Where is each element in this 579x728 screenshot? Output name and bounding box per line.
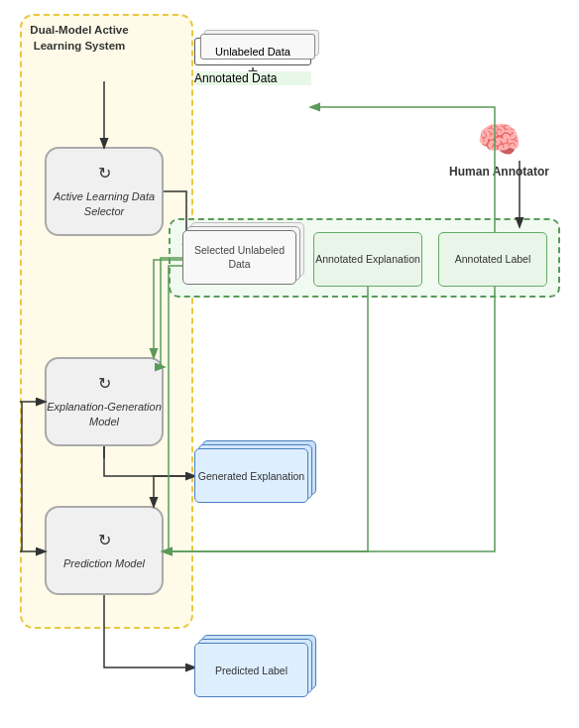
annotated-label-box: Annotated Label bbox=[438, 232, 547, 287]
refresh-icon-pm: ↻ bbox=[98, 530, 111, 551]
human-icon: 🧠 bbox=[449, 119, 549, 161]
unlabeled-data-box: Unlabeled Data bbox=[194, 38, 311, 65]
generated-explanation-stack: Generated Explanation bbox=[194, 448, 318, 513]
annotated-explanation-box: Annotated Explanation bbox=[313, 232, 422, 287]
human-annotator-label: Human Annotator bbox=[449, 165, 549, 179]
system-title: Dual-Model Active Learning System bbox=[30, 22, 129, 54]
gen-exp-card-front: Generated Explanation bbox=[194, 448, 308, 503]
pred-label-card-front: Predicted Label bbox=[194, 643, 308, 697]
prediction-model-label: Prediction Model bbox=[63, 556, 145, 571]
annotated-data-label: Annotated Data bbox=[194, 71, 277, 85]
annotated-label-label: Annotated Label bbox=[455, 253, 530, 267]
refresh-icon-eg: ↻ bbox=[98, 373, 111, 395]
prediction-model-box: ↻ Prediction Model bbox=[45, 506, 164, 595]
active-learning-model-box: ↻ Active Learning Data Selector bbox=[45, 147, 164, 236]
annotated-data-box: Annotated Data bbox=[194, 71, 311, 85]
explanation-gen-model-box: ↻ Explanation-Generation Model bbox=[45, 357, 164, 446]
refresh-icon-al: ↻ bbox=[98, 163, 111, 184]
human-annotator: 🧠 Human Annotator bbox=[449, 119, 549, 179]
unlabeled-data-label: Unlabeled Data bbox=[215, 46, 290, 58]
selected-unlabeled-card-front: Selected Unlabeled Data bbox=[182, 230, 296, 285]
selected-unlabeled-label: Selected Unlabeled Data bbox=[183, 244, 295, 271]
active-learning-label: Active Learning Data Selector bbox=[47, 189, 162, 220]
predicted-label-stack: Predicted Label bbox=[194, 643, 318, 707]
diagram: Dual-Model Active Learning System Unlabe… bbox=[0, 0, 579, 728]
predicted-label-label: Predicted Label bbox=[215, 665, 288, 676]
explanation-gen-label: Explanation-Generation Model bbox=[47, 400, 162, 430]
annotated-explanation-label: Annotated Explanation bbox=[315, 253, 420, 267]
selected-unlabeled-stack: Selected Unlabeled Data bbox=[182, 230, 306, 295]
generated-explanation-label: Generated Explanation bbox=[198, 470, 304, 482]
